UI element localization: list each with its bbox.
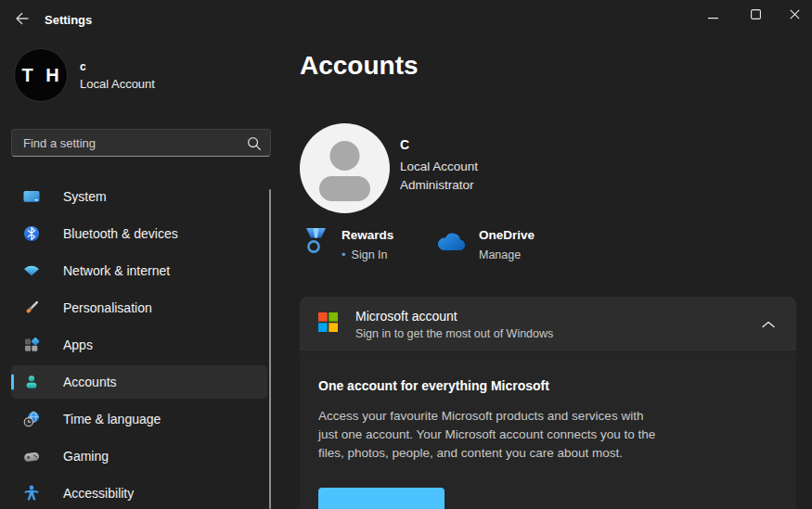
onedrive-text: OneDrive Manage (479, 225, 535, 261)
apps-icon (22, 336, 41, 354)
sidebar-scrollbar[interactable] (269, 189, 271, 509)
sidebar-item-system[interactable]: System (11, 180, 267, 213)
accounts-icon (22, 373, 41, 391)
sidebar-item-accounts[interactable]: Accounts (11, 365, 267, 399)
settings-window: Settings T H c Local Account (0, 0, 812, 509)
sidebar-item-accessibility[interactable]: Accessibility (11, 477, 267, 509)
back-button[interactable] (7, 6, 35, 33)
user-name: c (80, 60, 155, 73)
search-icon (247, 136, 262, 155)
sidebar-item-personalisation[interactable]: Personalisation (11, 291, 267, 324)
gaming-icon (22, 447, 41, 465)
sidebar: T H c Local Account System (0, 41, 278, 509)
microsoft-account-expander[interactable]: Microsoft account Sign in to get the mos… (300, 297, 796, 352)
back-arrow-icon (14, 11, 30, 29)
rewards-icon (303, 225, 329, 261)
search-input[interactable] (12, 130, 270, 156)
user-meta: c Local Account (80, 60, 155, 91)
onedrive-action[interactable]: Manage (479, 248, 535, 261)
sidebar-item-label: Accessibility (63, 486, 134, 501)
onedrive-title: OneDrive (479, 228, 535, 242)
ms-card-subtitle: Sign in to get the most out of Windows (355, 327, 553, 340)
ms-body-heading: One account for everything Microsoft (318, 378, 778, 393)
selected-indicator (11, 375, 14, 390)
account-avatar (300, 123, 390, 213)
onedrive-link[interactable]: OneDrive Manage (435, 225, 535, 261)
microsoft-account-card: Microsoft account Sign in to get the mos… (300, 297, 796, 509)
sidebar-user-card[interactable]: T H c Local Account (14, 48, 155, 102)
sidebar-item-network-internet[interactable]: Network & internet (11, 254, 267, 287)
sidebar-item-bluetooth-devices[interactable]: Bluetooth & devices (11, 217, 267, 250)
time-language-icon (22, 410, 41, 428)
user-avatar: T H (14, 48, 68, 102)
bluetooth-icon (22, 224, 41, 243)
account-role: Administrator (400, 176, 478, 195)
network-icon (22, 261, 41, 280)
sidebar-item-apps[interactable]: Apps (11, 328, 267, 362)
rewards-action[interactable]: •Sign In (342, 248, 393, 261)
collapse-button[interactable] (754, 310, 783, 339)
sidebar-item-label: Personalisation (63, 300, 152, 315)
rewards-text: Rewards •Sign In (342, 225, 393, 261)
main-content: Accounts C Local Account Administrator R… (300, 0, 796, 509)
sign-in-button[interactable] (318, 488, 445, 509)
chevron-up-icon (762, 317, 775, 331)
ms-card-body: One account for everything Microsoft Acc… (300, 352, 796, 509)
ms-card-title: Microsoft account (355, 309, 553, 324)
user-account-type: Local Account (80, 77, 155, 91)
onedrive-icon (435, 231, 466, 261)
person-silhouette-icon (300, 123, 390, 213)
ms-body-text: Access your favourite Microsoft products… (318, 407, 666, 463)
sidebar-nav: System Bluetooth & devices Network & int… (0, 180, 278, 509)
personalisation-icon (22, 299, 41, 317)
account-type: Local Account (400, 158, 478, 176)
rewards-title: Rewards (342, 228, 393, 242)
sidebar-item-label: Time & language (63, 412, 161, 426)
sidebar-item-label: Accounts (63, 375, 117, 389)
sidebar-item-label: Gaming (63, 449, 109, 464)
system-icon (22, 187, 41, 206)
account-info: C Local Account Administrator (400, 137, 478, 195)
rewards-link[interactable]: Rewards •Sign In (303, 225, 393, 261)
ms-card-heading: Microsoft account Sign in to get the mos… (355, 309, 553, 340)
sidebar-item-label: System (63, 189, 107, 204)
status-dot: • (342, 250, 346, 260)
accessibility-icon (22, 484, 41, 503)
sidebar-item-gaming[interactable]: Gaming (11, 439, 267, 473)
page-title: Accounts (300, 51, 419, 81)
search-box (11, 129, 271, 157)
sidebar-item-label: Apps (63, 337, 93, 352)
account-name: C (400, 137, 478, 152)
sidebar-item-label: Network & internet (63, 263, 170, 278)
app-title: Settings (45, 13, 92, 27)
sidebar-item-time-language[interactable]: Time & language (11, 402, 267, 436)
sidebar-item-label: Bluetooth & devices (63, 226, 178, 241)
microsoft-logo (318, 312, 338, 336)
